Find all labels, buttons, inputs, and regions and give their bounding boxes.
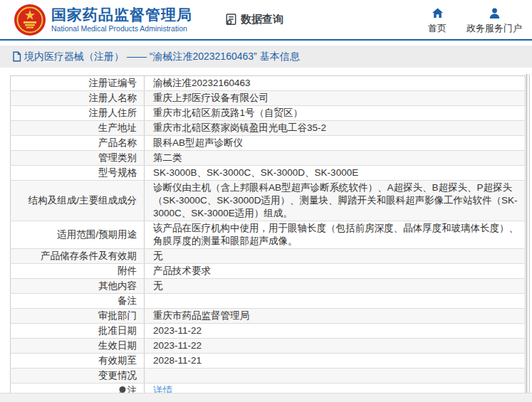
row-value: 2023-11-22 [145, 339, 526, 354]
row-label: 产品名称 [11, 136, 145, 151]
table-row: 适用范围/预期用途该产品在医疗机构中使用，用于眼轴长度（包括前房深度、晶体厚度和… [11, 221, 526, 249]
user-icon [489, 7, 501, 19]
header-nav: 首页 政务服务门户 [428, 7, 522, 35]
row-label: 注册证编号 [11, 76, 145, 91]
table-row: 变更情况 [11, 369, 526, 384]
row-value: 渝械注准20232160463 [145, 76, 526, 91]
row-label: 产品储存条件及有效期 [11, 249, 145, 264]
row-label: 批准日期 [11, 324, 145, 339]
registration-info-table: 注册证编号渝械注准20232160463注册人名称重庆上邦医疗设备有限公司注册人… [10, 75, 526, 398]
row-value: 无 [145, 279, 526, 294]
nav-item-label: 首页 [428, 22, 447, 35]
table-row: 型号规格SK-3000B、SK-3000C、SK-3000D、SK-3000E [11, 166, 526, 181]
document-icon [12, 51, 21, 62]
row-label: 变更情况 [11, 369, 145, 384]
table-body: 注册证编号渝械注准20232160463注册人名称重庆上邦医疗设备有限公司注册人… [11, 76, 526, 384]
table-row: 批准日期2023-11-22 [11, 324, 526, 339]
row-label: 生效日期 [11, 339, 145, 354]
table-row: 管理类别第二类 [11, 151, 526, 166]
row-value: 诊断仪由主机（含上邦眼科AB型超声诊断系统软件）、A超探头、B超探头、P超探头（… [145, 181, 526, 221]
row-value: 第二类 [145, 151, 526, 166]
row-label: 其他内容 [11, 279, 145, 294]
page-footer-strip [0, 393, 532, 402]
table-row: 生效日期2023-11-22 [11, 339, 526, 354]
table-row: 备注 [11, 294, 526, 309]
row-value: 重庆市北碚区蔡家岗镇盈田光电工谷35-2 [145, 121, 526, 136]
row-label: 备注 [11, 294, 145, 309]
table-row: 生产地址重庆市北碚区蔡家岗镇盈田光电工谷35-2 [11, 121, 526, 136]
document-search-icon [224, 13, 238, 26]
row-label: 附件 [11, 264, 145, 279]
home-icon [432, 7, 444, 19]
table-row: 产品名称眼科AB型超声诊断仪 [11, 136, 526, 151]
row-label: 审批部门 [11, 309, 145, 324]
row-value: 2023-11-22 [145, 324, 526, 339]
table-row: 注册证编号渝械注准20232160463 [11, 76, 526, 91]
site-header: 国家药品监督管理局 National Medical Products Admi… [0, 0, 532, 41]
table-row: 产品储存条件及有效期无 [11, 249, 526, 264]
row-value [145, 294, 526, 309]
nav-item-label: 政务服务门户 [466, 22, 522, 35]
table-row: 审批部门重庆市药品监督管理局 [11, 309, 526, 324]
data-query-menu[interactable]: 数据查询 [224, 13, 283, 26]
table-row: 结构及组成/主要组成成分诊断仪由主机（含上邦眼科AB型超声诊断系统软件）、A超探… [11, 181, 526, 221]
site-subtitle: National Medical Products Administration [51, 24, 192, 33]
row-label: 结构及组成/主要组成成分 [11, 181, 145, 221]
row-label: 生产地址 [11, 121, 145, 136]
row-value: 无 [145, 249, 526, 264]
table-row: 其他内容无 [11, 279, 526, 294]
row-value: 重庆市北碚区新茂路1号（自贸区） [145, 106, 526, 121]
row-label: 注册人住所 [11, 106, 145, 121]
table-row: 注册人住所重庆市北碚区新茂路1号（自贸区） [11, 106, 526, 121]
table-row: 注册人名称重庆上邦医疗设备有限公司 [11, 91, 526, 106]
row-value: 重庆市药品监督管理局 [145, 309, 526, 324]
vertical-scrollbar[interactable] [526, 74, 530, 402]
breadcrumb: 境内医疗器械（注册） —— “渝械注准20232160463” 基本信息 [0, 46, 532, 68]
row-value: 产品技术要求 [145, 264, 526, 279]
nav-item-home[interactable]: 首页 [428, 7, 447, 35]
row-value: 该产品在医疗机构中使用，用于眼轴长度（包括前房深度、晶体厚度和玻璃体长度）、角膜… [145, 221, 526, 249]
row-value: 眼科AB型超声诊断仪 [145, 136, 526, 151]
table-row: 附件产品技术要求 [11, 264, 526, 279]
row-label: 管理类别 [11, 151, 145, 166]
row-value [145, 369, 526, 384]
row-value: 2028-11-21 [145, 354, 526, 369]
agency-logo[interactable]: 国家药品监督管理局 National Medical Products Admi… [14, 4, 192, 36]
page: 国家药品监督管理局 National Medical Products Admi… [0, 0, 532, 402]
row-value: 重庆上邦医疗设备有限公司 [145, 91, 526, 106]
site-title: 国家药品监督管理局 [51, 6, 192, 23]
page-title: 境内医疗器械（注册） —— “渝械注准20232160463” 基本信息 [24, 51, 300, 63]
row-label: 型号规格 [11, 166, 145, 181]
row-value: SK-3000B、SK-3000C、SK-3000D、SK-3000E [145, 166, 526, 181]
national-emblem-icon [14, 4, 46, 36]
table-row: 有效期至2028-11-21 [11, 354, 526, 369]
data-query-label: 数据查询 [241, 13, 283, 26]
row-label: 注册人名称 [11, 91, 145, 106]
row-label: 适用范围/预期用途 [11, 221, 145, 249]
agency-titles: 国家药品监督管理局 National Medical Products Admi… [51, 6, 192, 33]
row-label: 有效期至 [11, 354, 145, 369]
nav-item-portal[interactable]: 政务服务门户 [466, 7, 522, 35]
